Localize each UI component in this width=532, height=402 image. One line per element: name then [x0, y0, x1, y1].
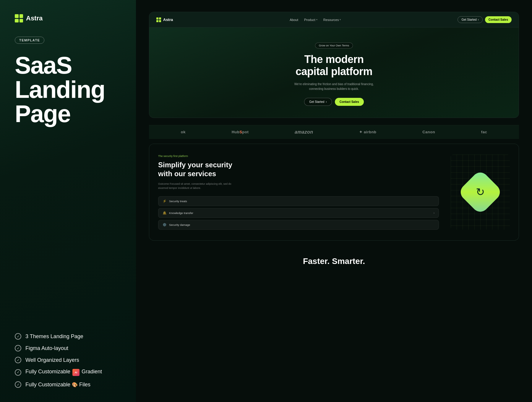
security-features-list: ⚡ Security treats 🔔 Knowledge transfer ›…: [158, 196, 439, 230]
feature-label: Fully Customizable 🎨 Files: [25, 382, 90, 388]
mini-logo-name: Astra: [163, 17, 173, 22]
mini-logo-grid-icon: [156, 17, 161, 22]
feature-item-themes: ✓ 3 Themes Landing Page: [15, 333, 121, 340]
settings-icon: ⚙️: [163, 223, 167, 227]
ai-icon: Ai: [72, 369, 80, 376]
security-tag-highlight: first platform: [173, 155, 188, 158]
refresh-icon: ↻: [476, 186, 485, 198]
features-list: ✓ 3 Themes Landing Page ✓ Figma Auto-lay…: [15, 333, 121, 388]
security-feature-damage[interactable]: ⚙️ Security damage: [158, 220, 439, 230]
security-feature-treats[interactable]: ⚡ Security treats: [158, 196, 439, 206]
feature-item-figma: ✓ Figma Auto-layout: [15, 345, 121, 351]
security-description: Outcome Focused sit amet, consectetur ad…: [158, 182, 235, 190]
hero-subtitle: We're eliminating the friction and bias …: [290, 82, 378, 91]
hero-title: The moderncapital platform: [155, 53, 513, 78]
arrow-right-icon: ›: [326, 100, 327, 103]
lightning-icon: ⚡: [163, 199, 167, 203]
mini-logo: Astra: [156, 17, 173, 22]
contact-sales-button[interactable]: Contact Sales: [485, 16, 512, 23]
feature-item-gradient: ✓ Fully Customizable Ai Gradient: [15, 369, 121, 376]
nav-link-resources[interactable]: Resources ▾: [323, 18, 341, 22]
mini-nav-buttons: Get Started › Contact Sales: [458, 16, 512, 23]
template-badge: TEMPLATE: [15, 37, 44, 44]
hero-section: Grow on Your Own Terms The moderncapital…: [149, 27, 519, 118]
nav-link-about[interactable]: About: [290, 18, 298, 22]
feature-item-layers: ✓ Well Organized Layers: [15, 357, 121, 363]
check-icon: ✓: [15, 333, 21, 340]
chevron-down-icon: ▾: [340, 18, 341, 21]
feature-label: 3 Themes Landing Page: [25, 333, 83, 340]
nav-link-product[interactable]: Product ▾: [304, 18, 317, 22]
check-icon: ✓: [15, 381, 21, 388]
check-icon: ✓: [15, 357, 21, 363]
arrow-icon: ›: [478, 18, 479, 21]
security-card: The security first platform Simplify you…: [149, 144, 519, 241]
hero-get-started-button[interactable]: Get Started ›: [304, 98, 332, 106]
feature-item-files: ✓ Fully Customizable 🎨 Files: [15, 381, 121, 388]
chevron-right-icon: ›: [434, 211, 434, 215]
left-panel: Astra TEMPLATE SaaSLandingPage ✓ 3 Theme…: [0, 0, 136, 402]
security-feature-knowledge[interactable]: 🔔 Knowledge transfer ›: [158, 208, 439, 218]
feature-treats-label: Security treats: [169, 200, 187, 203]
faster-section: Faster. Smarter.: [149, 248, 519, 275]
mini-navbar: Astra About Product ▾ Resources ▾ Get St…: [149, 12, 519, 27]
feature-label: Figma Auto-layout: [25, 345, 68, 351]
bell-icon: 🔔: [163, 211, 167, 215]
preview-card-hero: Astra About Product ▾ Resources ▾ Get St…: [149, 12, 519, 118]
logo-grid-icon: [15, 14, 23, 22]
logo-facebook: ok: [181, 130, 186, 134]
hero-buttons: Get Started › Contact Sales: [155, 98, 513, 106]
security-right: ↻: [451, 155, 510, 230]
main-title: SaaSLandingPage: [15, 53, 121, 126]
security-title: Simplify your securitywith our services: [158, 161, 241, 178]
logo-facebook2: fac: [481, 130, 487, 134]
logo-name: Astra: [26, 14, 43, 22]
security-left: The security first platform Simplify you…: [158, 155, 439, 230]
faster-title: Faster. Smarter.: [158, 257, 510, 266]
right-panel: Astra About Product ▾ Resources ▾ Get St…: [136, 0, 532, 402]
logo-airbnb: ✦ airbnb: [359, 130, 376, 134]
hero-badge: Grow on Your Own Terms: [315, 43, 353, 48]
feature-damage-label: Security damage: [169, 223, 190, 226]
logo-hubspot: HubSpot: [232, 130, 249, 134]
feature-label: Fully Customizable Ai Gradient: [25, 369, 102, 376]
security-section: The security first platform Simplify you…: [149, 144, 519, 240]
check-icon: ✓: [15, 345, 21, 351]
left-logo: Astra: [15, 14, 121, 22]
feature-knowledge-label: Knowledge transfer: [169, 211, 193, 215]
logo-canon: Canon: [422, 130, 435, 134]
feature-label: Well Organized Layers: [25, 357, 79, 363]
security-tag: The security first platform: [158, 155, 439, 158]
mini-nav-links: About Product ▾ Resources ▾: [290, 18, 341, 22]
check-icon: ✓: [15, 369, 21, 376]
logos-bar: ok HubSpot amazon ✦ airbnb Canon fac: [149, 125, 519, 139]
get-started-button[interactable]: Get Started ›: [458, 16, 482, 23]
chevron-down-icon: ▾: [316, 18, 317, 21]
hero-contact-sales-button[interactable]: Contact Sales: [335, 98, 364, 106]
logo-amazon: amazon: [295, 129, 313, 135]
